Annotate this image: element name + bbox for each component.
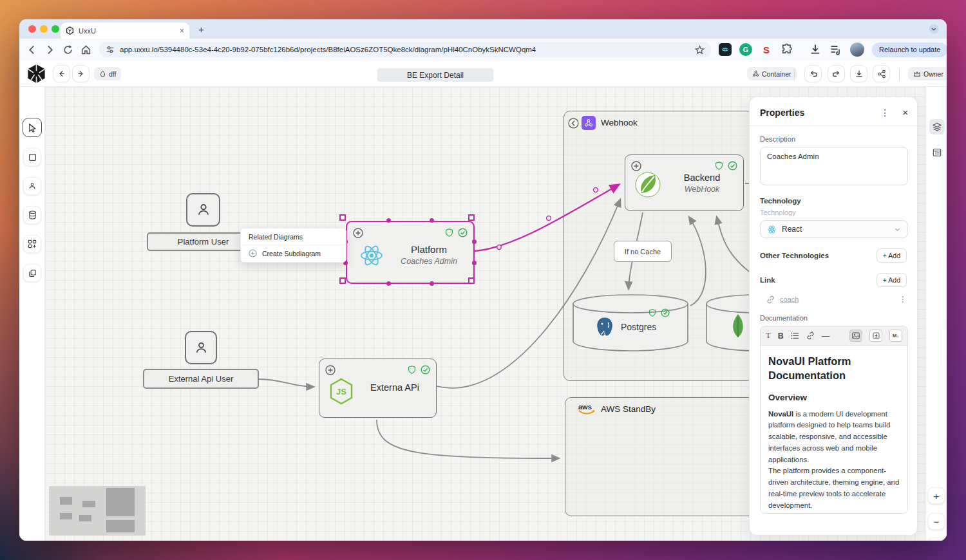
selection-handle[interactable] [468, 277, 475, 284]
edge-condition-label[interactable]: If no Cache [614, 241, 672, 262]
panel-close-icon[interactable]: × [902, 107, 908, 118]
technology-sublabel: Technology [760, 209, 907, 216]
externa-api-title: Externa APi [357, 382, 433, 393]
technology-select[interactable]: React [760, 220, 908, 238]
documentation-content[interactable]: NovaUI Platform Documentation Overview N… [761, 346, 907, 514]
list-icon[interactable] [791, 332, 799, 339]
undo-button[interactable] [804, 65, 822, 82]
minimap-node [60, 497, 72, 505]
add-technology-button[interactable]: + Add [876, 248, 907, 263]
shape-tool[interactable] [23, 148, 41, 166]
bookmark-star-icon[interactable] [695, 45, 705, 55]
link-menu-icon[interactable]: ⋮ [899, 295, 907, 304]
tab-search-chevron-icon[interactable] [929, 24, 939, 34]
site-info-icon[interactable] [106, 45, 115, 54]
share-button[interactable] [873, 65, 890, 82]
layers-icon [933, 122, 942, 131]
toolbar-divider [899, 69, 900, 80]
home-icon[interactable] [80, 44, 91, 55]
redo-button[interactable] [828, 65, 845, 82]
actor-tool[interactable] [23, 177, 41, 195]
selection-handle[interactable] [339, 214, 346, 221]
reload-icon[interactable] [62, 44, 73, 55]
description-label: Description [760, 135, 907, 143]
forward-icon[interactable] [44, 44, 55, 55]
doc-subheading: Overview [768, 393, 900, 402]
layers-panel-button[interactable] [929, 119, 945, 135]
selection-handle[interactable] [430, 281, 434, 286]
externa-api-node[interactable]: JS Externa APi [319, 359, 437, 418]
extension-dark-icon[interactable] [719, 43, 732, 56]
recenter-button[interactable] [928, 537, 945, 541]
address-bar[interactable]: app.uxxu.io/5394480c-53e4-4c20-9b92-075b… [99, 42, 711, 57]
panel-menu-icon[interactable]: ⋮ [880, 107, 889, 118]
backend-node[interactable]: Backend WebHook [625, 154, 744, 211]
bold-icon[interactable]: B [778, 331, 784, 341]
widgets-plus-icon [28, 239, 37, 248]
tab-close-icon[interactable]: × [180, 26, 184, 35]
select-tool[interactable] [23, 118, 42, 137]
markdown-mode-button[interactable]: M↓ [889, 330, 902, 342]
database-tool[interactable] [23, 206, 41, 224]
platform-user-actor[interactable] [186, 193, 220, 227]
board-panel-button[interactable] [929, 145, 945, 160]
minimap[interactable] [49, 486, 146, 536]
export-download-button[interactable] [850, 65, 867, 82]
preview-mode-button[interactable] [849, 330, 862, 342]
selection-handle[interactable] [468, 214, 475, 221]
profile-avatar[interactable] [850, 42, 864, 57]
minimize-window-button[interactable] [40, 25, 48, 33]
selection-handle[interactable] [386, 218, 391, 223]
container-button[interactable]: Container [747, 67, 797, 80]
extensions-puzzle-icon[interactable] [781, 43, 793, 56]
downloads-icon[interactable] [809, 43, 822, 56]
diagram-back-button[interactable] [53, 65, 70, 82]
expand-plus-icon[interactable] [325, 365, 336, 375]
selection-handle[interactable] [339, 277, 346, 284]
import-export-button[interactable] [869, 330, 882, 342]
version-badge[interactable]: dff [94, 67, 121, 80]
create-subdiagram-item[interactable]: Create Subdiagram [241, 245, 346, 259]
tab-strip: UxxU × + [19, 19, 947, 39]
selection-handle[interactable] [472, 261, 477, 265]
browser-toolbar: app.uxxu.io/5394480c-53e4-4c20-9b92-075b… [19, 39, 947, 61]
postgres-node[interactable]: Postgres [572, 293, 689, 352]
shield-icon [408, 365, 416, 375]
new-tab-button[interactable]: + [198, 24, 204, 35]
expand-plus-icon[interactable] [631, 161, 641, 171]
reading-list-icon[interactable] [829, 43, 842, 56]
mongodb-icon [730, 313, 746, 339]
diagram-forward-button[interactable] [72, 65, 90, 82]
text-style-icon[interactable]: T [766, 331, 771, 341]
relaunch-button[interactable]: Relaunch to update [872, 42, 947, 57]
documentation-label: Documentation [760, 314, 907, 322]
description-field[interactable]: Coaches Admin [760, 147, 908, 185]
platform-node-subtitle: Coaches Admin [387, 257, 471, 266]
platform-node[interactable]: Platform Coaches Admin [346, 221, 475, 284]
app-logo[interactable] [25, 62, 48, 85]
components-tool[interactable] [23, 235, 41, 253]
selection-handle[interactable] [430, 218, 434, 223]
insert-link-icon[interactable] [806, 331, 815, 340]
duplicate-tool[interactable] [23, 264, 41, 282]
expand-plus-icon[interactable] [353, 228, 363, 238]
owner-button[interactable]: Owner [908, 67, 947, 80]
horizontal-rule-icon[interactable]: — [822, 331, 830, 341]
external-api-user-label[interactable]: External Api User [143, 369, 259, 389]
selection-handle[interactable] [386, 281, 391, 286]
other-technologies-label: Other Technologies [760, 252, 876, 259]
zoom-in-button[interactable]: + [928, 487, 945, 504]
external-api-user-actor[interactable] [185, 331, 217, 364]
extension-s-icon[interactable]: S [760, 43, 773, 56]
link-item[interactable]: coach ⋮ [766, 295, 907, 304]
diagram-title[interactable]: BE Export Detail [377, 68, 493, 82]
link-value[interactable]: coach [780, 295, 894, 303]
browser-tab[interactable]: UxxU × [61, 23, 189, 39]
maximize-window-button[interactable] [52, 25, 59, 33]
selection-handle[interactable] [472, 239, 477, 244]
zoom-out-button[interactable]: − [928, 513, 945, 530]
add-link-button[interactable]: + Add [876, 273, 907, 287]
close-window-button[interactable] [28, 25, 36, 33]
back-icon[interactable] [26, 44, 37, 55]
extension-green-icon[interactable]: G [739, 43, 752, 56]
